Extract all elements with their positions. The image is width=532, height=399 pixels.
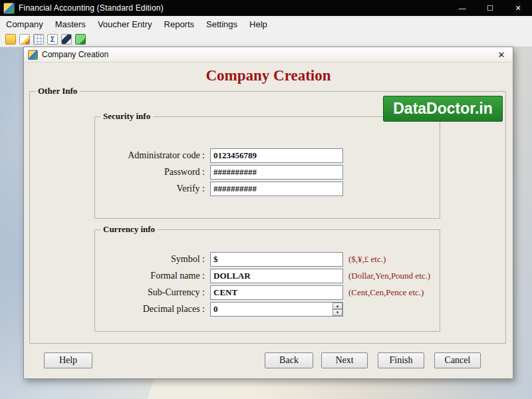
sub-currency-row: Sub-Currency : (Cent,Cen,Pence etc.): [95, 285, 440, 300]
admin-code-label: Administrator code :: [95, 150, 210, 161]
verify-row: Verify :: [95, 182, 440, 196]
decimal-places-field[interactable]: [210, 302, 343, 317]
window-titlebar: Financial Accounting (Standard Edition) …: [0, 0, 532, 16]
app-icon: [3, 3, 15, 14]
next-button: Next: [321, 352, 368, 368]
formal-name-label: Formal name :: [95, 271, 210, 281]
verify-field[interactable]: [210, 182, 343, 196]
dialog-titlebar: Company Creation ✕: [24, 47, 513, 63]
edit-note-icon[interactable]: [19, 34, 30, 45]
password-label: Password :: [95, 167, 210, 178]
admin-code-row: Administrator code :: [95, 148, 440, 163]
badge-text: DataDoctor.in: [393, 100, 493, 118]
maximize-icon[interactable]: ☐: [476, 0, 504, 16]
symbol-hint: ($,¥,£ etc.): [348, 254, 386, 265]
diamond-icon[interactable]: [61, 34, 72, 45]
currency-info-label: Currency info: [100, 224, 158, 235]
password-row: Password :: [95, 165, 440, 180]
sub-currency-hint: (Cent,Cen,Pence etc.): [348, 287, 424, 298]
symbol-field[interactable]: [210, 252, 343, 267]
dialog-title: Company Creation: [42, 50, 108, 59]
back-button[interactable]: Back: [265, 352, 313, 368]
page-title: Company Creation: [24, 67, 513, 84]
toolbar: Σ: [0, 32, 532, 47]
cancel-button[interactable]: Cancel: [434, 352, 481, 368]
dialog-icon: [28, 50, 38, 60]
menu-settings[interactable]: Settings: [200, 17, 243, 31]
menu-reports[interactable]: Reports: [158, 17, 201, 31]
company-creation-dialog: Company Creation ✕ Company Creation Data…: [23, 47, 513, 379]
datadoctor-badge: DataDoctor.in: [383, 96, 503, 122]
security-info-label: Security info: [100, 111, 153, 122]
decimal-places-stepper: ▲ ▼: [332, 303, 342, 316]
currency-info-group: Currency info Symbol : ($,¥,£ etc.) Form…: [94, 224, 440, 332]
verify-label: Verify :: [95, 184, 210, 194]
admin-code-field[interactable]: [210, 148, 343, 163]
spinner-down-icon[interactable]: ▼: [332, 309, 342, 316]
finish-button[interactable]: Finish: [378, 352, 424, 368]
formal-name-hint: (Dollar,Yen,Pound etc.): [348, 271, 430, 281]
decimal-places-label: Decimal places :: [95, 304, 210, 315]
security-info-group: Security info Administrator code : Passw…: [94, 111, 440, 219]
dialog-close-icon[interactable]: ✕: [494, 49, 509, 61]
help-button[interactable]: Help: [44, 352, 92, 368]
menu-company[interactable]: Company: [0, 17, 49, 31]
minimize-icon[interactable]: —: [448, 0, 476, 16]
green-note-icon[interactable]: [75, 34, 86, 45]
other-info-group: Other Info Security info Administrator c…: [29, 86, 506, 344]
decimal-places-row: Decimal places : ▲ ▼: [95, 302, 440, 317]
other-info-label: Other Info: [35, 86, 80, 96]
spinner-up-icon[interactable]: ▲: [332, 303, 342, 309]
window-title: Financial Accounting (Standard Edition): [19, 3, 164, 13]
menu-voucher-entry[interactable]: Voucher Entry: [92, 17, 158, 31]
menu-help[interactable]: Help: [243, 17, 273, 31]
password-field[interactable]: [210, 165, 343, 180]
menu-masters[interactable]: Masters: [49, 17, 92, 31]
open-folder-icon[interactable]: [5, 34, 16, 45]
sigma-report-icon[interactable]: Σ: [47, 34, 58, 45]
sub-currency-label: Sub-Currency :: [95, 287, 210, 298]
close-icon[interactable]: ✕: [504, 0, 532, 16]
formal-name-field[interactable]: [210, 269, 343, 283]
symbol-row: Symbol : ($,¥,£ etc.): [95, 252, 440, 267]
menu-bar: Company Masters Voucher Entry Reports Se…: [0, 16, 532, 32]
symbol-label: Symbol :: [95, 254, 210, 265]
sub-currency-field[interactable]: [210, 285, 343, 300]
formal-name-row: Formal name : (Dollar,Yen,Pound etc.): [95, 269, 440, 283]
table-grid-icon[interactable]: [33, 34, 44, 45]
